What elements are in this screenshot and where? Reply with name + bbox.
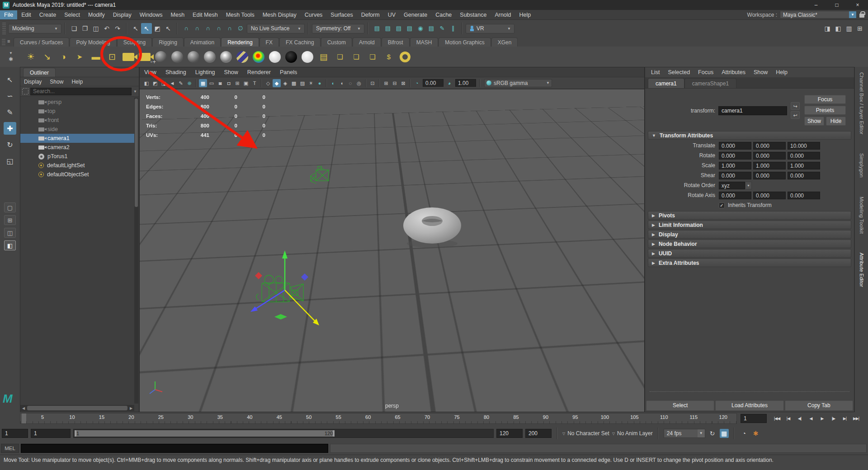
current-frame-marker[interactable] bbox=[22, 414, 26, 423]
node-tab[interactable]: cameraShape1 bbox=[684, 78, 736, 88]
fps-select[interactable]: 24 fps ▼ bbox=[664, 429, 705, 438]
value-x-field[interactable]: 0.000 bbox=[719, 152, 751, 160]
viewport-menu-item[interactable]: Shading bbox=[161, 68, 191, 77]
safe-action-icon[interactable]: ▣ bbox=[242, 79, 250, 87]
directional-light-icon[interactable]: ↘ bbox=[40, 50, 54, 64]
outliner-item[interactable]: defaultObjectSet bbox=[20, 170, 134, 179]
open-scene-icon[interactable]: ❐ bbox=[80, 23, 90, 34]
menu-item[interactable]: File bbox=[0, 10, 17, 19]
shadows-icon[interactable]: ◖ bbox=[338, 79, 346, 87]
ramp-shader-icon[interactable] bbox=[251, 50, 266, 64]
outliner-item[interactable]: side bbox=[20, 125, 134, 134]
render-sequence-icon[interactable]: ▤ bbox=[404, 23, 415, 34]
footer-button[interactable]: Load Attributes bbox=[715, 400, 783, 411]
attribute-editor-menu-item[interactable]: Focus bbox=[694, 68, 717, 77]
outliner-vertical-scrollbar[interactable] bbox=[134, 98, 138, 404]
shelf-tab[interactable]: Custom bbox=[321, 38, 352, 47]
bookmark-icon[interactable]: ◄ bbox=[168, 79, 176, 87]
safe-title-icon[interactable]: T bbox=[250, 79, 259, 87]
animation-clock-icon[interactable]: ◔ bbox=[740, 429, 749, 438]
command-response-area[interactable] bbox=[330, 444, 867, 453]
viewport-menu-item[interactable]: View bbox=[140, 68, 161, 77]
menu-item[interactable]: Generate bbox=[400, 10, 431, 19]
copy-pane-icon[interactable]: ⊞ bbox=[382, 79, 390, 87]
volume-light-icon[interactable]: ⊡ bbox=[105, 50, 119, 64]
maximize-button[interactable]: □ bbox=[826, 0, 847, 10]
collapsed-section-header[interactable]: ▶ Pivots bbox=[648, 211, 851, 220]
menu-item[interactable]: Surfaces bbox=[326, 10, 357, 19]
mel-toggle-button[interactable]: MEL bbox=[1, 444, 19, 453]
menu-item[interactable]: Edit bbox=[17, 10, 35, 19]
snap-point-icon[interactable]: ∩ bbox=[203, 23, 213, 34]
step-forward-frame-button[interactable]: |▶ bbox=[828, 414, 839, 423]
menu-item[interactable]: UV bbox=[384, 10, 400, 19]
field-chart-icon[interactable]: ⊞ bbox=[233, 79, 241, 87]
range-slider-bar[interactable]: 1 120 bbox=[75, 430, 335, 437]
shelf-tab[interactable]: Rigging bbox=[152, 38, 184, 47]
shelf-tab[interactable]: MASH bbox=[410, 38, 439, 47]
scroll-right-icon[interactable]: ▶ bbox=[128, 406, 134, 410]
isolate-select-icon[interactable]: ⊡ bbox=[368, 79, 377, 87]
default-lighting-icon[interactable]: ☀ bbox=[307, 79, 315, 87]
section-transform-attributes[interactable]: ▼ Transform Attributes bbox=[648, 131, 851, 140]
footer-button[interactable]: Copy Tab bbox=[785, 400, 853, 411]
play-forwards-button[interactable]: ▶ bbox=[816, 414, 828, 423]
toggle-channel-box-icon[interactable]: ▥ bbox=[844, 23, 854, 34]
value-x-field[interactable]: 0.000 bbox=[719, 142, 751, 150]
menu-item[interactable]: Mesh bbox=[167, 10, 189, 19]
exposure-icon[interactable]: ◔ bbox=[413, 79, 421, 87]
workspace-lock-icon[interactable] bbox=[859, 14, 864, 18]
value-z-field[interactable]: 0.000 bbox=[788, 172, 820, 179]
value-y-field[interactable]: 0.000 bbox=[753, 142, 786, 150]
chevron-down-icon[interactable]: ▼ bbox=[133, 89, 137, 94]
rotate-axis-y-field[interactable]: 0.000 bbox=[753, 192, 786, 199]
show-button[interactable]: Show bbox=[804, 117, 824, 126]
menu-item[interactable]: Select bbox=[60, 10, 84, 19]
auto-keyframe-icon[interactable]: ▦ bbox=[720, 429, 729, 438]
viewport-menu-item[interactable]: Lighting bbox=[191, 68, 220, 77]
attribute-editor-menu-item[interactable]: Attributes bbox=[717, 68, 750, 77]
phong-icon[interactable] bbox=[219, 50, 233, 64]
value-z-field[interactable]: 10.000 bbox=[788, 142, 820, 150]
collapsed-section-header[interactable]: ▶ Display bbox=[648, 230, 851, 239]
spot-light-icon[interactable]: ➤ bbox=[72, 50, 87, 64]
hide-button[interactable]: Hide bbox=[826, 117, 846, 126]
menu-item[interactable]: Modify bbox=[84, 10, 109, 19]
filter-icon[interactable] bbox=[22, 88, 28, 94]
animation-start-field[interactable]: 1 bbox=[2, 429, 28, 438]
playback-start-field[interactable]: 1 bbox=[31, 429, 71, 438]
render-current-frame-icon[interactable]: ▤ bbox=[382, 23, 393, 34]
outliner-item[interactable]: camera2 bbox=[20, 143, 134, 152]
shelf-grip[interactable] bbox=[2, 38, 5, 45]
value-z-field[interactable]: 0.000 bbox=[788, 152, 820, 160]
toolbar-grip[interactable] bbox=[2, 23, 6, 34]
live-surface-select[interactable]: No Live Surface▼ bbox=[247, 24, 305, 33]
point-light-icon[interactable]: ☀ bbox=[24, 50, 38, 64]
search-input[interactable] bbox=[30, 88, 132, 95]
value-x-field[interactable]: 0.000 bbox=[719, 172, 751, 179]
timeline-track[interactable]: 5101520253035404550556065707580859095100… bbox=[20, 413, 737, 424]
paste-pane-icon[interactable]: ⊟ bbox=[391, 79, 399, 87]
viewport-menu-item[interactable]: Renderer bbox=[243, 68, 275, 77]
menu-item[interactable]: Substance bbox=[456, 10, 491, 19]
outliner-item[interactable]: pTorus1 bbox=[20, 152, 134, 161]
shelf-tab[interactable]: Animation bbox=[184, 38, 221, 47]
film-gate-icon[interactable]: ▭ bbox=[208, 79, 216, 87]
step-forward-key-button[interactable]: ▶| bbox=[839, 414, 850, 423]
select-hierarchy-icon[interactable]: ↖ bbox=[130, 23, 141, 34]
render-settings-shelf-icon[interactable]: ▤ bbox=[316, 50, 331, 64]
outliner-horizontal-scrollbar[interactable]: ◀ ▶ bbox=[20, 405, 134, 411]
exposure-field[interactable]: 0.00 bbox=[423, 79, 443, 87]
menu-item[interactable]: Cache bbox=[431, 10, 456, 19]
assign-material-icon[interactable]: ❏ bbox=[349, 50, 363, 64]
shelf-tab[interactable]: Motion Graphics bbox=[439, 38, 491, 47]
animation-preferences-icon[interactable]: ✱ bbox=[751, 429, 760, 438]
rotate-tool-icon[interactable]: ↻ bbox=[4, 138, 16, 151]
rotate-order-select[interactable]: xyz ▼ bbox=[719, 182, 745, 189]
menu-item[interactable]: Help bbox=[515, 10, 535, 19]
two-d-pan-zoom-icon[interactable]: ⊕ bbox=[185, 79, 193, 87]
shelf-menu-icon[interactable]: ≡ bbox=[7, 38, 13, 45]
gamma-icon[interactable]: ◕ bbox=[445, 79, 453, 87]
outliner-persp-layout-icon[interactable]: ◧ bbox=[4, 240, 16, 250]
save-scene-icon[interactable]: ◫ bbox=[90, 23, 101, 34]
